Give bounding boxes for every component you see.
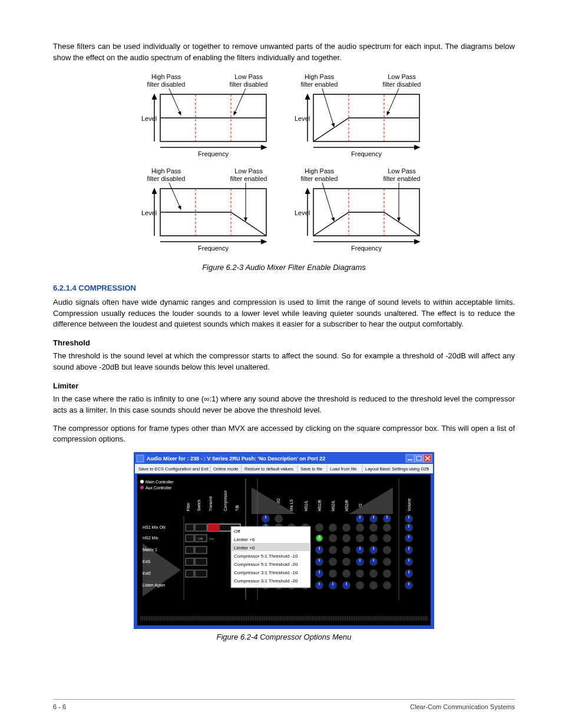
svg-point-180 <box>342 569 351 578</box>
legend-main: Main Controller <box>146 480 174 484</box>
dropdown-item-0[interactable]: Off <box>234 529 240 534</box>
maximize-button[interactable] <box>415 454 423 462</box>
svg-rect-90 <box>195 558 207 565</box>
svg-point-166 <box>383 558 391 566</box>
col-left-0: Filter <box>186 502 190 511</box>
dropdown-item-3[interactable]: Compressor 5:1 Threshold -10 <box>234 554 298 559</box>
switch-off-1: Off <box>198 537 203 541</box>
svg-point-206 <box>356 581 364 589</box>
svg-rect-89 <box>186 558 194 565</box>
svg-text:filter enabled: filter enabled <box>384 175 421 182</box>
svg-point-123 <box>369 534 378 542</box>
col-right-5: HS2/L <box>331 500 335 511</box>
col-right-2: Mix LS <box>289 499 293 512</box>
svg-point-183 <box>383 569 391 578</box>
svg-point-181 <box>356 569 364 578</box>
svg-rect-87 <box>186 546 194 554</box>
filter-diagrams: High Pass filter disabled Low Pass filte… <box>53 71 515 259</box>
svg-text:filter disabled: filter disabled <box>383 81 421 88</box>
svg-text:High Pass: High Pass <box>305 167 335 174</box>
svg-point-159 <box>342 558 351 566</box>
window-title: Audio Mixer for : 238 - : V Series 2RU P… <box>147 456 325 462</box>
svg-line-20 <box>387 88 399 115</box>
threshold-title: Threshold <box>53 338 515 347</box>
svg-point-179 <box>329 569 337 578</box>
col-left-2: Transmit <box>209 496 213 511</box>
row-4: Ext2 <box>143 571 151 575</box>
svg-point-138 <box>342 546 351 554</box>
svg-point-104 <box>369 523 378 532</box>
toolbar-loadfile[interactable]: Load from file <box>330 466 356 472</box>
svg-text:Frequency: Frequency <box>198 245 229 252</box>
dropdown-item-5[interactable]: Compressor 3:1 Threshold -10 <box>234 570 298 575</box>
svg-point-101 <box>329 523 337 532</box>
svg-rect-51 <box>415 454 423 462</box>
svg-rect-91 <box>186 570 194 577</box>
svg-point-122 <box>356 534 364 542</box>
svg-text:Level: Level <box>141 209 157 216</box>
limiter-title: Limiter <box>53 381 515 390</box>
footer-company: Clear-Com Communication Systems <box>410 703 515 710</box>
svg-text:filter disabled: filter disabled <box>147 175 186 182</box>
dropdown-item-2[interactable]: Limiter +0 <box>234 545 255 551</box>
svg-rect-92 <box>195 570 207 577</box>
svg-point-137 <box>329 546 337 554</box>
svg-point-145 <box>383 546 391 554</box>
svg-point-121 <box>342 534 351 542</box>
compression-body-2: The compressor options for frame types o… <box>53 423 515 446</box>
toolbar-save-exit[interactable]: Save to ECS Configuration and Exit <box>138 466 209 472</box>
svg-rect-49 <box>406 454 414 462</box>
svg-point-208 <box>383 581 391 589</box>
compression-body: Audio signals often have wide dynamic ra… <box>53 297 515 331</box>
svg-rect-85 <box>186 535 194 542</box>
switch-on-1: On <box>209 537 214 541</box>
hp-label-2: filter disabled <box>147 81 186 88</box>
svg-point-100 <box>315 523 323 532</box>
toolbar-restore[interactable]: Restore to default values <box>244 466 293 472</box>
svg-text:filter enabled: filter enabled <box>230 175 267 182</box>
toolbar-dropdown-arrow-icon[interactable]: ▾ <box>427 467 429 471</box>
dropdown-item-4[interactable]: Compressor 5:1 Threshold -20 <box>234 562 298 567</box>
diagram-cell-4: High Pass filter enabled Low Pass filter… <box>295 167 421 252</box>
mixer-caption: Figure 6.2-4 Compressor Options Menu <box>53 633 515 641</box>
svg-text:filter enabled: filter enabled <box>301 175 338 182</box>
svg-line-7 <box>234 88 246 115</box>
svg-text:Frequency: Frequency <box>351 245 382 252</box>
row-0: HS1 Mix ON <box>143 525 166 529</box>
intro-paragraph: These filters can be used individually o… <box>53 41 515 64</box>
freq-label: Frequency <box>198 150 229 157</box>
svg-text:Low Pass: Low Pass <box>388 167 416 174</box>
legend-aux-dot <box>140 486 144 489</box>
section-compression-title: 6.2.1.4 COMPRESSION <box>53 284 515 292</box>
toolbar-online[interactable]: Online mode <box>213 466 239 472</box>
close-button[interactable] <box>424 454 432 462</box>
svg-line-6 <box>169 88 181 115</box>
mixer-screenshot: Audio Mixer for : 238 - : V Series 2RU P… <box>53 452 515 629</box>
limiter-body: In the case where the ratio is infinity … <box>53 394 515 416</box>
compressor-dropdown[interactable]: Off Limiter +6 Limiter +0 Compressor 5:1… <box>231 526 310 588</box>
svg-point-124 <box>383 534 391 542</box>
threshold-body: The threshold is the sound level at whic… <box>53 351 515 373</box>
col-right-10: Volume <box>407 498 411 511</box>
diagram-cell-2: High Pass filter enabled Low Pass filter… <box>295 73 421 157</box>
diagrams-caption: Figure 6.2-3 Audio Mixer Filter Enable D… <box>53 263 515 272</box>
diagram-cell-3: High Pass filter disabled Low Pass filte… <box>141 167 267 252</box>
svg-text:Frequency: Frequency <box>351 150 382 157</box>
col-right-6: HS2/R <box>345 500 349 511</box>
row-2: Matrix 1 <box>143 548 157 552</box>
toolbar-layout[interactable]: Layout Basic Settings using D25 <box>365 466 429 472</box>
window-icon <box>137 455 144 462</box>
svg-text:High Pass: High Pass <box>305 73 335 80</box>
toolbar-savefile[interactable]: Save to file <box>300 466 322 472</box>
dropdown-item-1[interactable]: Limiter +6 <box>234 537 255 542</box>
svg-point-66 <box>275 515 283 523</box>
svg-text:Level: Level <box>295 115 310 122</box>
row-3: Ext1 <box>143 559 151 564</box>
col-right-3: HS1/L <box>304 500 308 511</box>
minimize-button[interactable] <box>406 454 414 462</box>
dropdown-item-6[interactable]: Compressor 3:1 Threshold -20 <box>234 578 298 584</box>
svg-point-158 <box>329 558 337 566</box>
svg-line-32 <box>169 183 181 209</box>
svg-point-102 <box>342 523 351 532</box>
svg-point-207 <box>369 581 378 589</box>
